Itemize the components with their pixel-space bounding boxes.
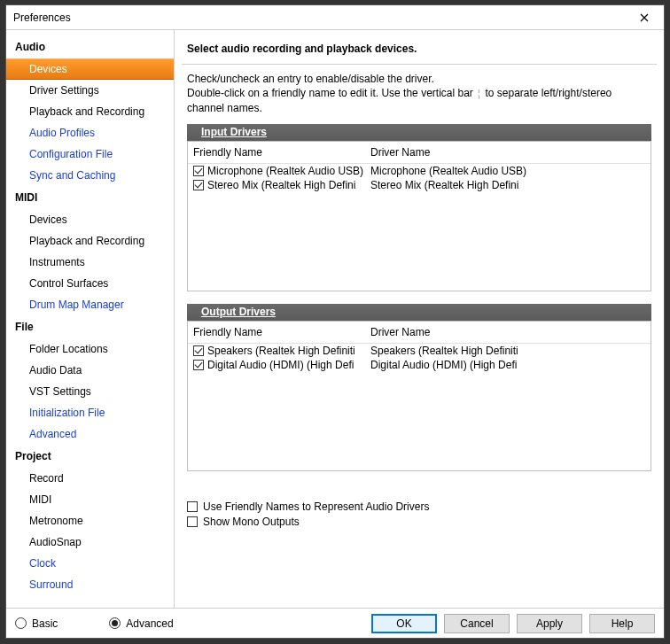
sidebar-item[interactable]: Surround (6, 574, 174, 595)
sidebar-item[interactable]: Playback and Recording (6, 230, 174, 252)
cancel-button[interactable]: Cancel (444, 614, 510, 633)
sidebar-category: Project (6, 445, 174, 468)
sidebar-item[interactable]: Driver Settings (6, 80, 174, 101)
sidebar-item[interactable]: MIDI (6, 489, 174, 510)
close-icon (640, 13, 649, 22)
main-content: Check/uncheck an entry to enable/disable… (182, 65, 657, 608)
sidebar-item[interactable]: Record (6, 468, 174, 489)
sidebar-item[interactable]: Audio Profiles (6, 122, 174, 144)
option-show-mono-outputs[interactable]: Show Mono Outputs (187, 516, 651, 528)
option-use-friendly-names[interactable]: Use Friendly Names to Represent Audio Dr… (187, 500, 651, 513)
mode-advanced-radio[interactable]: Advanced (109, 617, 173, 630)
ok-button[interactable]: OK (371, 614, 437, 633)
close-button[interactable] (632, 9, 657, 27)
driver-checkbox[interactable] (193, 345, 204, 356)
driver-checkbox[interactable] (193, 360, 204, 370)
checkbox-icon (187, 516, 198, 527)
titlebar: Preferences (6, 5, 664, 30)
mode-basic-radio[interactable]: Basic (15, 617, 58, 630)
input-drivers-header: Input Drivers (187, 124, 651, 141)
checkbox-icon (187, 501, 198, 512)
sidebar-category: File (6, 315, 174, 338)
sidebar-item[interactable]: Metronome (6, 510, 174, 531)
column-header-friendly[interactable]: Friendly Name (188, 322, 365, 344)
main-heading: Select audio recording and playback devi… (182, 30, 657, 65)
sidebar-item[interactable]: Initialization File (6, 402, 174, 423)
column-header-friendly[interactable]: Friendly Name (188, 142, 365, 164)
sidebar-item[interactable]: Audio Data (6, 360, 174, 381)
driver-name: Digital Audio (HDMI) (High Defi (365, 358, 651, 372)
sidebar[interactable]: AudioDevicesDriver SettingsPlayback and … (6, 30, 175, 608)
dialog-body: AudioDevicesDriver SettingsPlayback and … (6, 30, 664, 608)
table-row[interactable]: Speakers (Realtek High DefinitiSpeakers … (188, 343, 651, 358)
friendly-name[interactable]: Stereo Mix (Realtek High Defini (207, 179, 355, 191)
table-row[interactable]: Digital Audio (HDMI) (High DefiDigital A… (188, 358, 651, 372)
sidebar-item[interactable]: Configuration File (6, 144, 174, 165)
driver-checkbox[interactable] (193, 166, 204, 176)
radio-icon (109, 617, 121, 629)
sidebar-item[interactable]: Devices (6, 58, 174, 80)
friendly-name[interactable]: Digital Audio (HDMI) (High Defi (207, 359, 354, 371)
description-text: Check/uncheck an entry to enable/disable… (187, 72, 651, 115)
sidebar-item[interactable]: VST Settings (6, 381, 174, 402)
help-button[interactable]: Help (589, 614, 655, 633)
input-drivers-table: Friendly Name Driver Name Microphone (Re… (187, 141, 651, 291)
sidebar-item[interactable]: Playback and Recording (6, 101, 174, 122)
table-row[interactable]: Microphone (Realtek Audio USB)Microphone… (188, 163, 651, 178)
sidebar-item[interactable]: AudioSnap (6, 531, 174, 553)
sidebar-item[interactable]: Folder Locations (6, 338, 174, 360)
footer-bar: Basic Advanced OK Cancel Apply Help (6, 608, 664, 638)
sidebar-item[interactable]: Control Surfaces (6, 273, 174, 294)
driver-name: Microphone (Realtek Audio USB) (365, 163, 651, 178)
sidebar-item[interactable]: Advanced (6, 423, 174, 445)
preferences-dialog: Preferences AudioDevicesDriver SettingsP… (5, 4, 665, 639)
apply-button[interactable]: Apply (517, 614, 582, 633)
window-title: Preferences (13, 12, 632, 24)
column-header-driver[interactable]: Driver Name (365, 322, 651, 344)
friendly-name[interactable]: Microphone (Realtek Audio USB) (207, 165, 363, 177)
driver-name: Stereo Mix (Realtek High Defini (365, 178, 651, 192)
main-panel: Select audio recording and playback devi… (175, 30, 664, 608)
radio-icon (15, 617, 27, 629)
sidebar-category: Audio (6, 35, 174, 58)
sidebar-category: MIDI (6, 186, 174, 209)
column-header-driver[interactable]: Driver Name (365, 142, 651, 164)
sidebar-item[interactable]: Instruments (6, 252, 174, 273)
table-row[interactable]: Stereo Mix (Realtek High DefiniStereo Mi… (188, 178, 651, 192)
output-drivers-header: Output Drivers (187, 304, 651, 321)
sidebar-item[interactable]: Clock (6, 553, 174, 574)
sidebar-item[interactable]: Drum Map Manager (6, 294, 174, 315)
sidebar-item[interactable]: Sync and Caching (6, 165, 174, 186)
friendly-name[interactable]: Speakers (Realtek High Definiti (207, 345, 355, 357)
output-drivers-table: Friendly Name Driver Name Speakers (Real… (187, 321, 651, 471)
sidebar-item[interactable]: Devices (6, 209, 174, 230)
driver-checkbox[interactable] (193, 180, 204, 190)
driver-name: Speakers (Realtek High Definiti (365, 343, 651, 358)
